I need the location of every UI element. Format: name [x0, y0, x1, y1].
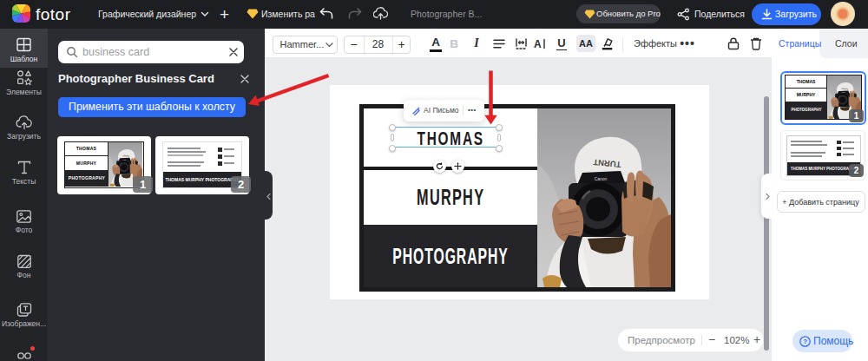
svg-text:A: A [534, 38, 542, 49]
svg-text:?: ? [803, 338, 807, 345]
